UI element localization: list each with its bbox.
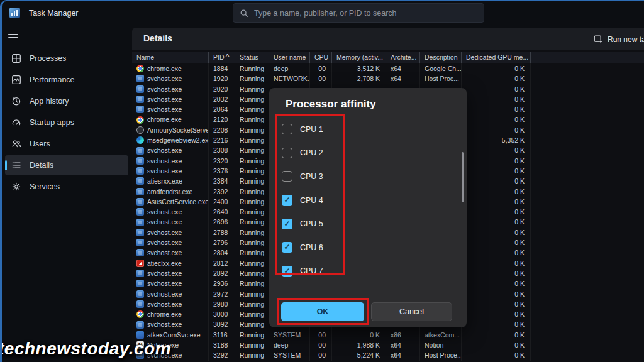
cell-name: svchost.exe <box>132 207 209 217</box>
cpu-option[interactable]: CPU 2 <box>282 141 445 165</box>
column-header-pid[interactable]: PID∧ <box>209 52 235 63</box>
cell-status: Running <box>235 278 269 288</box>
sidebar-item-processes[interactable]: Processes <box>5 48 128 69</box>
cell-pid: 2120 <box>209 114 235 124</box>
ok-button[interactable]: OK <box>281 302 364 321</box>
cell-pid: 2064 <box>209 104 235 114</box>
column-header-cpu[interactable]: CPU <box>310 52 332 63</box>
sidebar-label: Details <box>30 161 53 170</box>
checkbox-unchecked-icon[interactable] <box>282 124 292 134</box>
search-input[interactable] <box>254 9 477 18</box>
process-name: svchost.exe <box>147 268 182 278</box>
process-name: chrome.exe <box>147 309 182 319</box>
cell-pid: 2788 <box>209 228 235 238</box>
cell-arch: x64 <box>386 340 420 350</box>
cell-status: Running <box>235 228 269 238</box>
cell-name: svchost.exe <box>132 156 209 166</box>
cell-gpu: 0 K <box>462 207 531 217</box>
process-name: svchost.exe <box>147 228 182 238</box>
search-bar[interactable] <box>233 3 484 23</box>
checkbox-checked-icon[interactable]: ✓ <box>282 219 292 229</box>
cell-name: svchost.exe <box>132 145 209 155</box>
sidebar: Processes Performance App history Startu… <box>0 48 131 198</box>
process-name: svchost.exe <box>147 207 182 217</box>
cpu-option[interactable]: ✓CPU 5 <box>282 212 445 236</box>
cell-memory: 3,512 K <box>332 63 386 74</box>
cpu-label: CPU 6 <box>300 243 323 252</box>
checkbox-unchecked-icon[interactable] <box>282 171 292 182</box>
sidebar-label: Performance <box>30 75 75 84</box>
checkbox-checked-icon[interactable]: ✓ <box>282 195 292 206</box>
cpu-option[interactable]: ✓CPU 4 <box>282 189 445 212</box>
cell-name: svchost.exe <box>132 289 209 299</box>
watermark: technewstoday.com <box>0 339 171 359</box>
cell-name: svchost.exe <box>132 248 209 258</box>
column-header-memory[interactable]: Memory (activ... <box>332 52 386 63</box>
column-header-desc[interactable]: Description <box>420 52 462 63</box>
cell-status: Running <box>235 258 269 268</box>
checkbox-checked-icon[interactable]: ✓ <box>282 242 292 253</box>
column-header-name[interactable]: Name <box>132 52 209 63</box>
cell-gpu: 0 K <box>462 197 531 207</box>
table-row[interactable]: NNotion.exe3188Runningdeep001,988 Kx64No… <box>132 340 531 350</box>
cell-status: Running <box>235 299 269 309</box>
svchost-icon <box>136 229 144 236</box>
run-new-task-icon <box>594 35 603 44</box>
cell-pid: 1884 <box>209 63 235 74</box>
cell-gpu: 0 K <box>462 319 531 329</box>
cell-name: atiesrxx.exe <box>132 176 209 186</box>
process-name: svchost.exe <box>147 289 182 299</box>
cell-pid: 3188 <box>209 340 235 350</box>
cell-arch: x64 <box>386 350 420 360</box>
cell-cpu: 00 <box>310 74 332 84</box>
cell-pid: 2696 <box>209 217 235 227</box>
dialog-scrollbar[interactable] <box>462 152 464 202</box>
cell-cpu: 00 <box>310 330 332 340</box>
process-name: svchost.exe <box>147 104 182 114</box>
table-row[interactable]: svchost.exe3292RunningSYSTEM005,224 Kx64… <box>132 350 531 360</box>
chrome-icon <box>136 116 144 124</box>
process-name: svchost.exe <box>147 94 182 104</box>
sidebar-label: Users <box>30 140 50 148</box>
column-header-gpu[interactable]: Dedicated GPU me... <box>462 52 531 63</box>
cpu-label: CPU 2 <box>300 148 323 157</box>
cell-status: Running <box>235 330 269 340</box>
svchost-icon <box>136 321 144 329</box>
table-row[interactable]: atkexComSvc.exe3116RunningSYSTEM000 Kx86… <box>132 330 531 340</box>
cpu-label: CPU 4 <box>300 196 323 205</box>
sidebar-item-app-history[interactable]: App history <box>5 91 128 111</box>
cpu-option[interactable]: CPU 3 <box>282 165 445 189</box>
cancel-button[interactable]: Cancel <box>371 302 452 321</box>
sidebar-item-startup-apps[interactable]: Startup apps <box>5 112 128 133</box>
svchost-icon <box>136 280 144 287</box>
cell-name: svchost.exe <box>132 166 209 176</box>
run-new-task-button[interactable]: Run new task <box>594 35 644 44</box>
cpu-option[interactable]: ✓CPU 6 <box>282 236 445 260</box>
process-name: svchost.exe <box>147 84 182 94</box>
cell-pid: 2972 <box>209 289 235 299</box>
sidebar-label: Startup apps <box>30 118 74 127</box>
column-header-user[interactable]: User name <box>269 52 310 63</box>
sidebar-item-details[interactable]: Details <box>5 155 128 175</box>
cell-status: Running <box>235 340 269 350</box>
checkbox-unchecked-icon[interactable] <box>282 148 292 158</box>
cell-gpu: 0 K <box>462 145 531 155</box>
cell-status: Running <box>235 84 269 94</box>
sidebar-item-services[interactable]: Services <box>5 177 128 197</box>
cell-name: msedgewebview2.exe <box>132 135 209 145</box>
cell-pid: 2216 <box>209 135 235 145</box>
menu-toggle-button[interactable] <box>8 31 22 44</box>
sidebar-item-users[interactable]: Users <box>5 134 128 154</box>
sidebar-item-performance[interactable]: Performance <box>5 70 128 90</box>
cpu-option[interactable]: ✓CPU 7 <box>282 260 445 283</box>
svchost-icon <box>136 270 144 277</box>
column-header-arch[interactable]: Archite... <box>386 52 420 63</box>
cpu-option[interactable]: CPU 1 <box>282 118 445 141</box>
cell-status: Running <box>235 238 269 248</box>
table-row[interactable]: svchost.exe1920RunningNETWORK...002,708 … <box>132 74 531 84</box>
column-header-status[interactable]: Status <box>235 52 269 63</box>
cell-pid: 2392 <box>209 187 235 197</box>
table-row[interactable]: chrome.exe1884Runningdeep003,512 Kx64Goo… <box>132 63 531 74</box>
cell-desc: Notion <box>420 340 462 350</box>
checkbox-checked-icon[interactable]: ✓ <box>282 266 292 277</box>
